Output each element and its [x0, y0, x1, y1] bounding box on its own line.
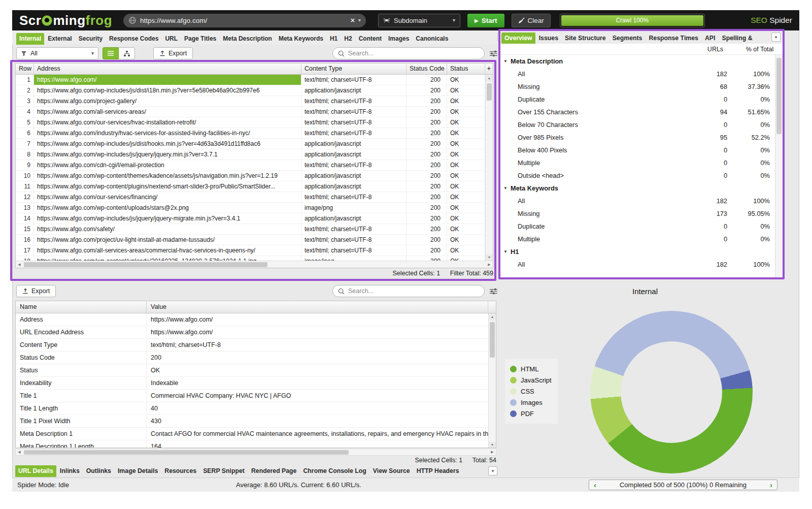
scroll-up-icon[interactable]: ▲	[486, 75, 493, 82]
right-tab[interactable]: Issues	[536, 33, 561, 44]
details-row[interactable]: Status OK	[16, 364, 488, 377]
more-right-tabs-button[interactable]: ▾	[771, 33, 781, 42]
table-row[interactable]: 7 https://www.afgo.com/wp-includes/js/di…	[16, 139, 485, 149]
table-row[interactable]: 13 https://www.afgo.com/wp-content/uploa…	[16, 203, 485, 213]
search-input[interactable]	[348, 50, 479, 57]
overview-row[interactable]: ▼ Over 155 Characters 94 51.65%	[500, 106, 775, 118]
details-search-box[interactable]	[332, 285, 485, 297]
overview-row[interactable]: ▼ Below 70 Characters 0 0%	[500, 118, 775, 131]
overview-row[interactable]: ▼ All 182 100%	[500, 68, 775, 80]
overview-row[interactable]: ▼ All 182 100%	[500, 195, 775, 207]
cell-address[interactable]: https://www.afgo.com/wp-includes/js/dist…	[34, 85, 301, 96]
collapse-icon[interactable]: ▼	[500, 182, 511, 195]
overview-row[interactable]: ▼ Missing 173 95.05%	[500, 207, 775, 220]
details-horizontal-scrollbar[interactable]: ◀ ▶	[15, 449, 496, 456]
scroll-up-icon[interactable]: ▲	[489, 313, 496, 321]
details-row[interactable]: Title 1 Pixel Width 430	[16, 415, 488, 428]
column-header-address[interactable]: Address	[34, 63, 301, 74]
table-row[interactable]: 4 https://www.afgo.com/all-services-area…	[16, 107, 485, 117]
cell-address[interactable]: https://www.afgo.com/all-services-areas/…	[34, 245, 301, 256]
bottom-tab[interactable]: Rendered Page	[248, 465, 300, 477]
table-row[interactable]: 17 https://www.afgo.com/all-services-are…	[16, 245, 485, 256]
main-tab[interactable]: URL	[162, 33, 181, 45]
collapse-icon[interactable]: ▼	[500, 55, 511, 68]
overview-scrollbar[interactable]	[775, 55, 783, 277]
cell-address[interactable]: https://www.afgo.com/all-services-areas/	[34, 107, 301, 117]
scrollbar-thumb[interactable]	[24, 262, 267, 267]
main-tab[interactable]: Internal	[16, 33, 44, 45]
details-row[interactable]: URL Encoded Address https://www.afgo.com…	[16, 326, 488, 339]
table-row[interactable]: 5 https://www.afgo.com/our-services/hvac…	[16, 117, 485, 128]
details-search-input[interactable]	[348, 288, 479, 295]
overview-row[interactable]: ▼ Meta Keywords	[500, 182, 775, 195]
bottom-tab[interactable]: Chrome Console Log	[300, 465, 369, 477]
url-input-bar[interactable]: × ▾	[123, 14, 366, 27]
table-row[interactable]: 14 https://www.afgo.com/wp-includes/js/j…	[16, 213, 485, 224]
table-row[interactable]: 9 https://www.afgo.com/cdn-cgi/l/email-p…	[16, 160, 485, 171]
scroll-right-icon[interactable]: ▶	[486, 263, 493, 267]
main-tab[interactable]: Page Titles	[181, 33, 219, 45]
cell-address[interactable]: https://www.afgo.com/project/uv-light-in…	[34, 235, 301, 245]
export-button[interactable]: Export	[153, 47, 193, 59]
table-row[interactable]: 2 https://www.afgo.com/wp-includes/js/di…	[16, 85, 485, 96]
cell-address[interactable]: https://www.afgo.com/our-services/hvac-i…	[34, 117, 301, 128]
right-tab[interactable]: Overview	[501, 33, 535, 44]
column-header-status-code[interactable]: Status Code	[407, 63, 447, 74]
right-tab[interactable]: Response Times	[646, 33, 701, 44]
scroll-left-icon[interactable]: ◀	[16, 263, 23, 267]
next-icon[interactable]: ›	[770, 481, 772, 489]
search-box[interactable]	[332, 47, 485, 59]
main-tab[interactable]: Images	[385, 33, 412, 45]
overview-row[interactable]: ▼ Missing 68 37.36%	[500, 80, 775, 93]
right-tab[interactable]: Segments	[610, 33, 646, 44]
clear-url-icon[interactable]: ×	[351, 17, 355, 24]
main-tab[interactable]: Content	[356, 33, 385, 45]
clear-button[interactable]: Clear	[512, 14, 551, 27]
start-button[interactable]: ▶ Start	[467, 14, 504, 27]
table-row[interactable]: 3 https://www.afgo.com/project-gallery/ …	[16, 96, 485, 107]
scroll-left-icon[interactable]: ◀	[16, 450, 23, 454]
main-tab[interactable]: H1	[327, 33, 341, 45]
bottom-tab[interactable]: URL Details	[15, 465, 56, 477]
right-tab[interactable]: API	[702, 33, 719, 44]
bottom-tab[interactable]: Image Details	[115, 465, 161, 477]
overview-row[interactable]: ▼ Duplicate 0 0%	[500, 220, 775, 233]
cell-address[interactable]: https://www.afgo.com/wp-content/plugins/…	[34, 181, 301, 192]
vertical-scrollbar[interactable]: ▲ ▼	[485, 75, 493, 261]
scroll-down-icon[interactable]: ▼	[489, 441, 496, 448]
tree-view-button[interactable]	[119, 47, 135, 59]
cell-address[interactable]: https://www.afgo.com/industry/hvac-servi…	[34, 128, 301, 138]
bottom-tab[interactable]: View Source	[370, 465, 413, 477]
overview-row[interactable]: ▼ Meta Description	[500, 55, 775, 68]
column-header-status[interactable]: Status	[447, 63, 485, 74]
scrollbar-thumb[interactable]	[24, 450, 349, 455]
horizontal-scrollbar[interactable]: ◀ ▶	[16, 261, 493, 268]
details-row[interactable]: Meta Description 1 Length 164	[16, 440, 488, 448]
scroll-down-icon[interactable]: ▼	[486, 254, 493, 261]
right-tab[interactable]: Site Structure	[562, 33, 609, 44]
details-row[interactable]: Address https://www.afgo.com/	[16, 313, 488, 326]
overview-row[interactable]: ▼ Over 985 Pixels 95 52.2%	[500, 131, 775, 144]
main-tab[interactable]: H2	[341, 33, 355, 45]
bottom-tab[interactable]: Inlinks	[57, 465, 83, 477]
main-tab[interactable]: Meta Description	[220, 33, 275, 45]
search-settings-icon[interactable]	[490, 288, 497, 295]
crawl-mode-select[interactable]: Subdomain ▾	[378, 14, 460, 27]
table-row[interactable]: 8 https://www.afgo.com/wp-includes/js/jq…	[16, 149, 485, 160]
details-row[interactable]: Indexability Indexable	[16, 377, 488, 390]
column-config-button[interactable]: +	[485, 63, 493, 74]
details-row[interactable]: Title 1 Length 40	[16, 402, 488, 415]
overview-row[interactable]: ▼ Multiple 0 0%	[500, 156, 775, 169]
table-row[interactable]: 11 https://www.afgo.com/wp-content/plugi…	[16, 181, 485, 192]
cell-address[interactable]: https://www.afgo.com/safety/	[34, 224, 301, 234]
scroll-right-icon[interactable]: ▶	[489, 450, 496, 454]
table-row[interactable]: 1 https://www.afgo.com/ text/html; chars…	[16, 75, 485, 85]
cell-address[interactable]: https://www.afgo.com/wp-content/uploads/…	[34, 203, 301, 213]
cell-address[interactable]: https://www.afgo.com/	[34, 75, 301, 85]
overview-row[interactable]: ▼ H1	[500, 245, 775, 258]
details-row[interactable]: Meta Description 1 Contact AFGO for comm…	[16, 428, 488, 440]
url-history-caret-icon[interactable]: ▾	[358, 18, 361, 23]
more-bottom-tabs-button[interactable]: ▾	[488, 466, 497, 475]
overview-row[interactable]: ▼ Multiple 0 0%	[500, 233, 775, 245]
details-row[interactable]: Title 1 Commercial HVAC Company: HVAC NY…	[16, 390, 488, 402]
